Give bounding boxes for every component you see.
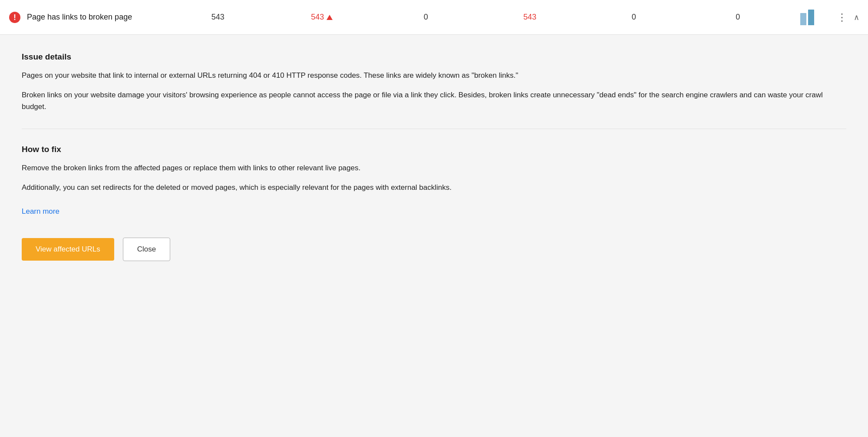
stat-total: 543	[166, 13, 270, 22]
view-affected-urls-button[interactable]: View affected URLs	[22, 238, 114, 261]
stat-col6: 0	[686, 13, 790, 22]
stat-warnings: 0	[374, 13, 478, 22]
button-row: View affected URLs Close	[22, 238, 846, 261]
bar-2	[808, 10, 814, 25]
svg-text:!: !	[13, 13, 16, 22]
how-to-fix-paragraph-1: Remove the broken links from the affecte…	[22, 162, 846, 174]
section-divider	[22, 129, 846, 129]
content-area: Issue details Pages on your website that…	[0, 35, 868, 283]
trend-chart	[790, 10, 825, 25]
header-row: ! Page has links to broken page 543 543 …	[0, 0, 868, 35]
how-to-fix-paragraph-2: Additionally, you can set redirects for …	[22, 182, 846, 193]
triangle-up-icon	[327, 15, 333, 20]
learn-more-link[interactable]: Learn more	[22, 207, 59, 216]
issue-title: Page has links to broken page	[27, 12, 166, 22]
close-button[interactable]: Close	[123, 238, 170, 261]
header-stats: 543 543 0 543 0 0	[166, 10, 825, 25]
main-container: ! Page has links to broken page 543 543 …	[0, 0, 868, 437]
issue-details-section: Issue details Pages on your website that…	[22, 52, 846, 113]
error-circle-icon: !	[9, 11, 21, 23]
issue-details-title: Issue details	[22, 52, 846, 62]
issue-details-paragraph-1: Pages on your website that link to inter…	[22, 70, 846, 81]
stat-col5: 0	[582, 13, 686, 22]
how-to-fix-title: How to fix	[22, 145, 846, 154]
issue-details-paragraph-2: Broken links on your website damage your…	[22, 89, 846, 113]
how-to-fix-section: How to fix Remove the broken links from …	[22, 145, 846, 216]
stat-errors: 543	[270, 13, 374, 22]
header-actions: ⋮ ∧	[825, 11, 859, 23]
collapse-icon[interactable]: ∧	[854, 13, 859, 22]
bar-1	[800, 13, 806, 25]
more-options-icon[interactable]: ⋮	[837, 11, 848, 23]
stat-notices: 543	[478, 13, 582, 22]
